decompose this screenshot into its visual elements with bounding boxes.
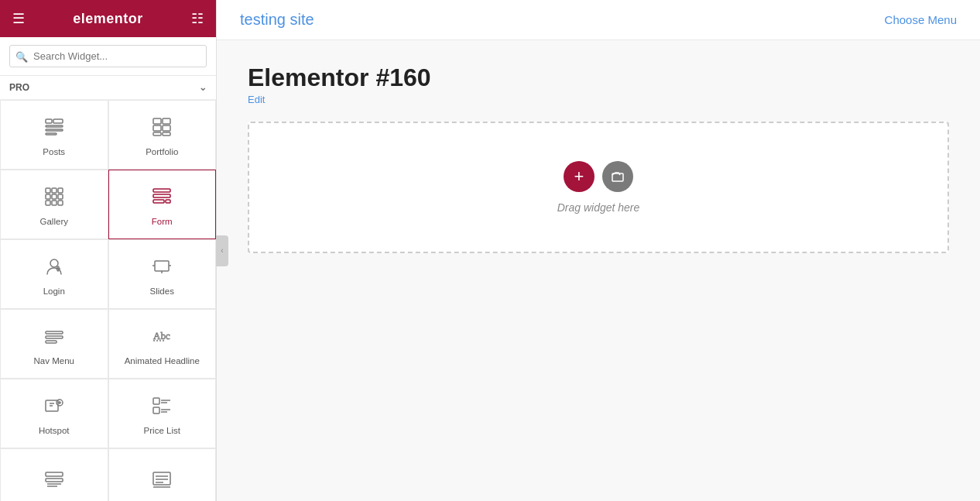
- chevron-down-icon: ⌄: [199, 82, 207, 93]
- gallery-icon: [43, 186, 65, 211]
- svg-rect-33: [46, 341, 57, 343]
- slides-icon: [151, 256, 173, 280]
- widget-item-form[interactable]: Form: [108, 170, 217, 239]
- svg-rect-8: [163, 125, 170, 131]
- svg-rect-1: [46, 125, 63, 127]
- widget-item-animated-headline[interactable]: Abc Animated Headline: [108, 309, 217, 379]
- svg-rect-22: [153, 200, 164, 203]
- sidebar: ☰ elementor ☷ 🔍 PRO ⌄ Posts Portfolio: [0, 0, 217, 501]
- widget-item-11[interactable]: [0, 448, 108, 501]
- login-label: Login: [43, 287, 65, 296]
- svg-rect-14: [46, 194, 50, 199]
- svg-rect-9: [153, 132, 161, 136]
- pro-filter-label: PRO: [9, 82, 29, 93]
- svg-rect-13: [58, 188, 63, 193]
- form-icon: [151, 186, 173, 211]
- widget-item-nav-menu[interactable]: Nav Menu: [0, 309, 108, 379]
- posts-label: Posts: [43, 147, 65, 156]
- navmenu-label: Nav Menu: [34, 356, 74, 365]
- grid-icon[interactable]: ☷: [191, 10, 204, 27]
- main-area: testing site Choose Menu Elementor #160 …: [217, 0, 980, 501]
- sidebar-collapse-handle[interactable]: ‹: [216, 235, 228, 266]
- svg-rect-57: [612, 173, 623, 181]
- svg-text:Abc: Abc: [153, 330, 170, 341]
- pro-filter[interactable]: PRO ⌄: [0, 76, 216, 100]
- svg-rect-2: [46, 129, 63, 131]
- svg-rect-27: [155, 261, 169, 271]
- widget12-icon: [151, 469, 173, 494]
- svg-rect-10: [163, 132, 170, 136]
- search-icon: 🔍: [15, 50, 28, 62]
- svg-point-24: [50, 259, 58, 267]
- svg-rect-42: [153, 398, 159, 404]
- svg-rect-45: [153, 407, 159, 413]
- svg-rect-48: [46, 472, 63, 476]
- site-title: testing site: [240, 11, 314, 29]
- svg-rect-6: [163, 118, 170, 124]
- svg-rect-4: [53, 119, 63, 123]
- drop-zone-actions: +: [564, 161, 633, 192]
- svg-rect-7: [153, 125, 161, 131]
- portfolio-label: Portfolio: [146, 147, 178, 156]
- search-input[interactable]: [9, 45, 207, 67]
- folder-button[interactable]: [602, 161, 633, 192]
- svg-rect-12: [52, 188, 57, 193]
- animatedheadline-label: Animated Headline: [125, 356, 200, 365]
- svg-rect-15: [52, 194, 57, 199]
- widget-item-gallery[interactable]: Gallery: [0, 170, 108, 239]
- widget-item-hotspot[interactable]: Hotspot: [0, 379, 108, 448]
- slides-label: Slides: [150, 287, 174, 296]
- add-widget-button[interactable]: +: [564, 161, 595, 192]
- pricelist-icon: [151, 395, 173, 420]
- hotspot-icon: [43, 395, 65, 420]
- svg-rect-16: [58, 194, 63, 199]
- hotspot-label: Hotspot: [39, 426, 70, 435]
- canvas-area: Elementor #160 Edit + Drag widget here: [217, 40, 980, 501]
- widget-grid: Posts Portfolio Gallery Form: [0, 100, 216, 501]
- svg-rect-49: [46, 479, 63, 482]
- svg-rect-5: [153, 118, 161, 124]
- widget-item-portfolio[interactable]: Portfolio: [108, 100, 217, 170]
- portfolio-icon: [151, 116, 173, 141]
- navmenu-icon: [43, 325, 65, 350]
- widget-item-price-list[interactable]: Price List: [108, 379, 217, 448]
- svg-rect-0: [46, 119, 52, 123]
- sidebar-title: elementor: [73, 11, 143, 27]
- search-bar: 🔍: [0, 37, 216, 76]
- form-label: Form: [152, 217, 173, 226]
- svg-rect-23: [166, 200, 170, 203]
- svg-rect-3: [46, 133, 57, 135]
- sidebar-header: ☰ elementor ☷: [0, 0, 216, 37]
- choose-menu-link[interactable]: Choose Menu: [885, 13, 957, 26]
- page-title-block: Elementor #160 Edit: [248, 63, 949, 106]
- widget11-icon: [43, 469, 65, 494]
- widget-item-login[interactable]: Login: [0, 239, 108, 309]
- gallery-label: Gallery: [40, 217, 68, 226]
- posts-icon: [43, 116, 65, 141]
- svg-rect-31: [46, 331, 63, 334]
- edit-link[interactable]: Edit: [248, 94, 265, 105]
- page-title: Elementor #160: [248, 63, 949, 92]
- widget-item-slides[interactable]: Slides: [108, 239, 217, 309]
- svg-rect-32: [46, 336, 63, 338]
- svg-rect-20: [153, 189, 170, 192]
- widget-item-posts[interactable]: Posts: [0, 100, 108, 170]
- login-icon: [43, 256, 65, 280]
- hamburger-icon[interactable]: ☰: [12, 10, 25, 27]
- svg-rect-21: [153, 194, 170, 197]
- pricelist-label: Price List: [144, 426, 180, 435]
- svg-rect-17: [46, 201, 50, 205]
- animatedheadline-icon: Abc: [151, 325, 173, 350]
- svg-rect-19: [58, 201, 63, 205]
- svg-rect-18: [52, 201, 57, 205]
- svg-rect-11: [46, 188, 50, 193]
- drop-zone: + Drag widget here: [248, 122, 949, 253]
- topbar: testing site Choose Menu: [217, 0, 980, 40]
- widget-item-12[interactable]: [108, 448, 217, 501]
- drag-widget-text: Drag widget here: [557, 201, 640, 214]
